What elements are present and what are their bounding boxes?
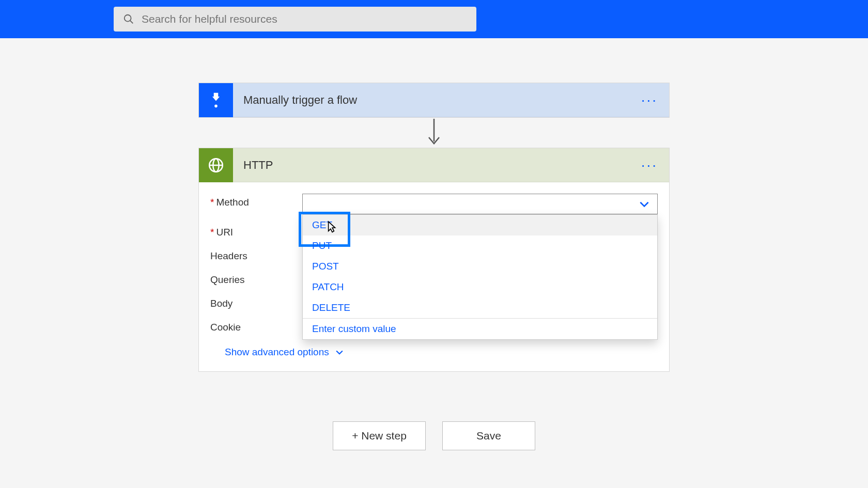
trigger-icon [199,83,233,117]
http-body: *Method GET PUT POS [199,182,669,371]
svg-point-0 [125,15,131,22]
trigger-menu-button[interactable]: ··· [630,92,669,108]
uri-label: *URI [210,224,302,238]
method-option-get[interactable]: GET [303,215,657,235]
method-option-custom[interactable]: Enter custom value [303,319,657,339]
trigger-card[interactable]: Manually trigger a flow ··· [198,83,670,118]
trigger-header: Manually trigger a flow ··· [199,83,669,117]
chevron-down-icon [638,197,651,211]
trigger-title: Manually trigger a flow [233,93,630,107]
save-button[interactable]: Save [442,421,535,450]
http-icon [199,148,233,182]
method-select[interactable] [302,194,658,214]
cookie-label: Cookie [210,319,302,333]
http-header: HTTP ··· [199,148,669,182]
method-option-delete[interactable]: DELETE [303,297,657,318]
http-menu-button[interactable]: ··· [630,157,669,174]
advanced-options-toggle[interactable]: Show advanced options [210,342,658,358]
search-icon [123,13,134,25]
http-title: HTTP [233,159,630,172]
new-step-button[interactable]: + New step [333,421,426,450]
queries-label: Queries [210,271,302,286]
body-label: Body [210,295,302,309]
footer-actions: + New step Save [333,421,535,450]
headers-label: Headers [210,247,302,262]
search-input[interactable] [142,13,467,25]
search-box[interactable] [114,7,476,32]
http-card[interactable]: HTTP ··· *Method GET [198,148,670,372]
flow-connector [426,118,442,148]
top-bar [0,0,868,38]
svg-line-1 [130,21,133,24]
method-label: *Method [210,194,302,208]
method-option-post[interactable]: POST [303,256,657,277]
chevron-down-icon [334,347,345,357]
flow-canvas: Manually trigger a flow ··· HTTP ··· *M [0,38,868,450]
method-dropdown: GET PUT POST PATCH DELETE Enter custom v… [302,214,658,340]
method-option-patch[interactable]: PATCH [303,277,657,297]
method-row: *Method GET PUT POS [210,194,658,214]
method-option-put[interactable]: PUT [303,235,657,256]
